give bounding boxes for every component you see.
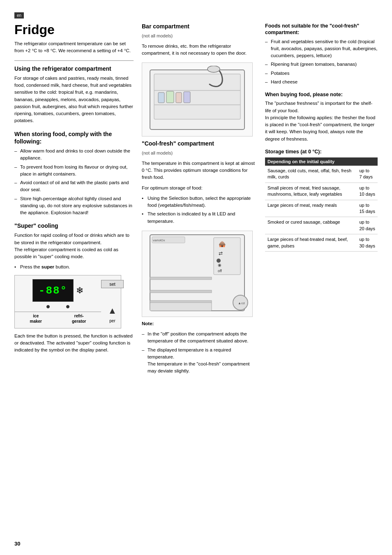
foods-not-item-4: Hard cheese bbox=[265, 79, 378, 86]
svg-text:varioЮx: varioЮx bbox=[153, 238, 165, 242]
section-buying: When buying food, please note: The "purc… bbox=[265, 91, 378, 143]
section-storing-heading: When storing food, comply with the follo… bbox=[14, 130, 134, 145]
foods-not-list: Fruit and vegetables sensitive to the co… bbox=[265, 38, 378, 86]
page: en Fridge The refrigerator compartment t… bbox=[0, 0, 392, 555]
list-item: Avoid contact of oil and fat with the pl… bbox=[14, 179, 134, 194]
section-bar-subheading: (not all models) bbox=[142, 32, 257, 39]
days-cell: up to7 days bbox=[357, 166, 378, 183]
dot-left bbox=[46, 305, 50, 308]
days-cell: up to15 days bbox=[357, 200, 378, 217]
svg-point-4 bbox=[208, 66, 220, 72]
section-super-bullets: Press the super button. bbox=[14, 264, 134, 271]
section-coolfresh-subheading: (not all models) bbox=[142, 150, 257, 157]
col-right: Foods not suitable for the "cool-fresh" … bbox=[265, 23, 378, 381]
display-temp: -88° bbox=[39, 284, 67, 297]
set-label: set bbox=[109, 282, 115, 287]
ice-label: ice maker bbox=[30, 314, 42, 324]
foods-not-item-1: Fruit and vegetables sensitive to the co… bbox=[265, 38, 378, 60]
table-header-cell: Depending on the initial quality bbox=[265, 157, 378, 166]
list-item: To prevent food from losing its flavour … bbox=[14, 164, 134, 178]
page-layout: Fridge The refrigerator compartment temp… bbox=[14, 23, 378, 381]
svg-rect-21 bbox=[150, 303, 212, 311]
coolfresh-svg: varioЮx 🛖 ⇄ ◉ off bbox=[144, 233, 251, 315]
section-bar: Bar compartment (not all models) To remo… bbox=[142, 23, 257, 57]
snowflake-icon: ❄ bbox=[76, 285, 83, 296]
section-bar-body: To remove drinks, etc. from the refriger… bbox=[142, 43, 257, 57]
list-item: Allow warm food and drinks to cool down … bbox=[14, 148, 134, 162]
section-coolfresh-body1: The temperature in this compartment is k… bbox=[142, 160, 257, 181]
note-item-1: In the "off" position the compartment ad… bbox=[142, 331, 257, 345]
lang-badge: en bbox=[14, 12, 24, 18]
section-super-footer: Each time the button is pressed, the fun… bbox=[14, 333, 134, 354]
table-row: Large pieces of heat-treated meat, beef,… bbox=[265, 234, 378, 252]
days-cell: up to30 days bbox=[357, 234, 378, 252]
set-btn-area: set ▲ per bbox=[101, 280, 124, 323]
storage-table: Depending on the initial quality Sausage… bbox=[265, 157, 378, 252]
section-storing-list: Allow warm food and drinks to cool down … bbox=[14, 148, 134, 216]
svg-rect-5 bbox=[158, 92, 164, 103]
section-super: "Super" cooling Function for rapid cooli… bbox=[14, 222, 134, 354]
bar-compartment-image bbox=[142, 62, 253, 136]
svg-rect-8 bbox=[184, 92, 190, 103]
super-bold: super bbox=[42, 264, 54, 269]
section-coolfresh-body2: For optimum storage of food: bbox=[142, 185, 257, 192]
bar-svg bbox=[146, 66, 249, 134]
section-coolfresh-bullets: Using the Selection button, select the a… bbox=[142, 195, 257, 225]
svg-text:🛖: 🛖 bbox=[219, 240, 226, 247]
section-storing: When storing food, comply with the follo… bbox=[14, 130, 134, 217]
list-item: Store high-percentage alcohol tightly cl… bbox=[14, 195, 134, 217]
section-storage-times-heading: Storage times (at 0 °C): bbox=[265, 148, 378, 155]
section-using: Using the refrigerator compartment For s… bbox=[14, 65, 134, 125]
coolfresh-image: varioЮx 🛖 ⇄ ◉ off bbox=[142, 231, 253, 317]
refri-label: refri- gerator bbox=[72, 314, 86, 324]
super-bullet: Press the super button. bbox=[14, 264, 134, 271]
coolfresh-bullet-1: Using the Selection button, select the a… bbox=[142, 195, 257, 209]
section-super-body: Function for rapid cooling of food or dr… bbox=[14, 232, 134, 260]
days-cell: up to10 days bbox=[357, 183, 378, 200]
dot-row bbox=[46, 305, 69, 308]
foods-not-item-2: Ripening fruit (green tomatoes, bananas) bbox=[265, 61, 378, 68]
days-cell: up to20 days bbox=[357, 217, 378, 234]
dot-right bbox=[66, 305, 69, 308]
food-cell: Smoked or cured sausage, cabbage bbox=[265, 217, 357, 234]
note-item-2: The displayed temperature is a required … bbox=[142, 347, 257, 375]
coolfresh-bullet-2: The selection is indicated by a lit LED … bbox=[142, 210, 257, 225]
arrow-icon: ▲ bbox=[108, 305, 117, 316]
svg-text:▲cd: ▲cd bbox=[238, 301, 244, 305]
divider-1 bbox=[14, 60, 134, 61]
coolfresh-notes-list: In the "off" position the compartment ad… bbox=[142, 331, 257, 375]
svg-rect-6 bbox=[166, 91, 174, 103]
table-row: Small pieces of meat, fried sausage, mus… bbox=[265, 183, 378, 200]
table-row: Large pieces of meat, ready meals up to1… bbox=[265, 200, 378, 217]
section-bar-heading: Bar compartment bbox=[142, 23, 257, 30]
section-coolfresh-heading: "Cool-fresh" compartment bbox=[142, 140, 257, 147]
section-coolfresh-notes: Note: In the "off" position the compartm… bbox=[142, 320, 257, 375]
food-cell: Small pieces of meat, fried sausage, mus… bbox=[265, 183, 357, 200]
per-label: per bbox=[109, 319, 115, 323]
food-cell: Sausage, cold cuts, meat, offal, fish, f… bbox=[265, 166, 357, 183]
display-illustration: -88° ❄ ice maker bbox=[14, 275, 121, 328]
section-coolfresh: "Cool-fresh" compartment (not all models… bbox=[142, 140, 257, 225]
section-foods-not: Foods not suitable for the "cool-fresh" … bbox=[265, 23, 378, 86]
svg-rect-19 bbox=[150, 290, 212, 293]
storage-table-header: Depending on the initial quality bbox=[265, 157, 378, 166]
page-number: 30 bbox=[14, 541, 20, 547]
food-cell: Large pieces of meat, ready meals bbox=[265, 200, 357, 217]
page-title: Fridge bbox=[14, 23, 134, 37]
table-row: Sausage, cold cuts, meat, offal, fish, f… bbox=[265, 166, 378, 183]
col-mid: Bar compartment (not all models) To remo… bbox=[142, 23, 257, 381]
set-btn: set bbox=[101, 280, 124, 288]
section-buying-heading: When buying food, please note: bbox=[265, 91, 378, 98]
storage-table-body: Sausage, cold cuts, meat, offal, fish, f… bbox=[265, 166, 378, 251]
section-using-heading: Using the refrigerator compartment bbox=[14, 65, 134, 72]
section-buying-body: The "purchase freshness" is important fo… bbox=[265, 100, 378, 143]
intro-text: The refrigerator compartment temperature… bbox=[14, 40, 134, 55]
food-cell: Large pieces of heat-treated meat, beef,… bbox=[265, 234, 357, 252]
svg-text:⇄: ⇄ bbox=[219, 250, 223, 256]
section-foods-not-heading: Foods not suitable for the "cool-fresh" … bbox=[265, 23, 378, 36]
section-using-body: For storage of cakes and pastries, ready… bbox=[14, 75, 134, 125]
label-refri: refri- gerator bbox=[72, 313, 86, 324]
table-row: Smoked or cured sausage, cabbage up to20… bbox=[265, 217, 378, 234]
svg-rect-18 bbox=[150, 277, 212, 280]
label-ice: ice maker bbox=[30, 313, 42, 324]
